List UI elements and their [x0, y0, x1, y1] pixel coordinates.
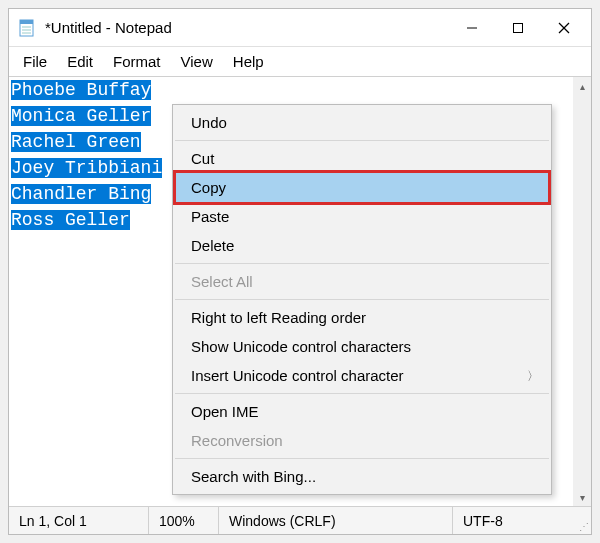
maximize-button[interactable]: [495, 9, 541, 47]
vertical-scrollbar[interactable]: ▴ ▾: [573, 77, 591, 506]
ctx-insert-unicode-label: Insert Unicode control character: [191, 367, 404, 384]
notepad-window: *Untitled - Notepad File Edit Format Vie…: [8, 8, 592, 535]
minimize-button[interactable]: [449, 9, 495, 47]
ctx-search-bing[interactable]: Search with Bing...: [173, 462, 551, 491]
close-button[interactable]: [541, 9, 587, 47]
selected-text: Phoebe Buffay: [11, 80, 151, 100]
ctx-separator: [175, 299, 549, 300]
ctx-open-ime[interactable]: Open IME: [173, 397, 551, 426]
ctx-separator: [175, 263, 549, 264]
svg-rect-6: [514, 23, 523, 32]
ctx-copy[interactable]: Copy: [173, 170, 551, 205]
ctx-reconversion[interactable]: Reconversion: [173, 426, 551, 455]
ctx-undo[interactable]: Undo: [173, 108, 551, 137]
chevron-right-icon: 〉: [527, 367, 539, 384]
menu-file[interactable]: File: [13, 50, 57, 73]
svg-rect-1: [20, 20, 33, 24]
ctx-delete[interactable]: Delete: [173, 231, 551, 260]
status-encoding: UTF-8: [453, 507, 573, 534]
resize-grip-icon[interactable]: ⋰: [573, 507, 591, 534]
menu-help[interactable]: Help: [223, 50, 274, 73]
menu-bar: File Edit Format View Help: [9, 47, 591, 77]
ctx-separator: [175, 458, 549, 459]
selected-text: Rachel Green: [11, 132, 141, 152]
status-line-ending: Windows (CRLF): [219, 507, 453, 534]
ctx-show-unicode[interactable]: Show Unicode control characters: [173, 332, 551, 361]
ctx-cut[interactable]: Cut: [173, 144, 551, 173]
status-position: Ln 1, Col 1: [9, 507, 149, 534]
window-controls: [449, 9, 587, 47]
selected-text: Monica Geller: [11, 106, 151, 126]
selected-text: Ross Geller: [11, 210, 130, 230]
menu-edit[interactable]: Edit: [57, 50, 103, 73]
context-menu: Undo Cut Copy Paste Delete Select All Ri…: [172, 104, 552, 495]
title-bar: *Untitled - Notepad: [9, 9, 591, 47]
ctx-separator: [175, 393, 549, 394]
selected-text: Joey Tribbiani: [11, 158, 162, 178]
window-title: *Untitled - Notepad: [45, 19, 172, 36]
scroll-up-icon[interactable]: ▴: [573, 77, 591, 95]
status-zoom: 100%: [149, 507, 219, 534]
ctx-separator: [175, 140, 549, 141]
ctx-select-all[interactable]: Select All: [173, 267, 551, 296]
scroll-down-icon[interactable]: ▾: [573, 488, 591, 506]
ctx-rtl[interactable]: Right to left Reading order: [173, 303, 551, 332]
selected-text: Chandler Bing: [11, 184, 151, 204]
ctx-paste[interactable]: Paste: [173, 202, 551, 231]
notepad-icon: [17, 18, 37, 38]
ctx-insert-unicode[interactable]: Insert Unicode control character 〉: [173, 361, 551, 390]
menu-format[interactable]: Format: [103, 50, 171, 73]
status-bar: Ln 1, Col 1 100% Windows (CRLF) UTF-8 ⋰: [9, 506, 591, 534]
menu-view[interactable]: View: [171, 50, 223, 73]
